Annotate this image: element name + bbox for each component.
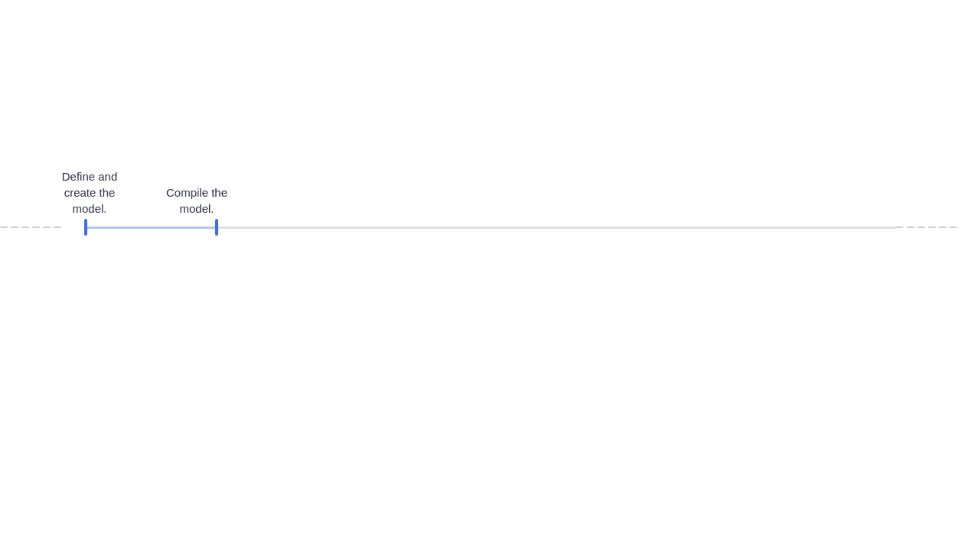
dash-r3 [917, 227, 925, 228]
dash-6 [54, 227, 61, 228]
dashes-left [0, 227, 84, 228]
dash-r5 [939, 227, 946, 228]
label-step-1: Define and create the model. [51, 168, 128, 217]
label-step-2-line1: Compile the [166, 186, 227, 199]
labels-row: Define and create the model. Compile the… [0, 168, 980, 217]
dash-r2 [906, 227, 914, 228]
timeline-track[interactable] [84, 227, 896, 229]
handle-left[interactable] [84, 219, 87, 236]
dash-4 [32, 227, 40, 228]
handle-right[interactable] [215, 219, 218, 236]
dash-r4 [928, 227, 936, 228]
dash-5 [43, 227, 51, 228]
dash-2 [11, 227, 18, 228]
dash-r6 [949, 227, 957, 228]
dash-1 [0, 227, 8, 228]
timeline-track-row [0, 223, 980, 232]
label-step-1-line2: create the model. [64, 186, 116, 215]
dash-3 [21, 227, 29, 228]
track-filled [84, 227, 218, 229]
label-step-2: Compile the model. [162, 184, 231, 217]
label-step-1-line1: Define and [62, 170, 118, 183]
label-step-2-line2: model. [179, 202, 214, 215]
dashes-right [896, 227, 980, 228]
dash-r1 [896, 227, 903, 228]
timeline-container: Define and create the model. Compile the… [0, 168, 980, 232]
